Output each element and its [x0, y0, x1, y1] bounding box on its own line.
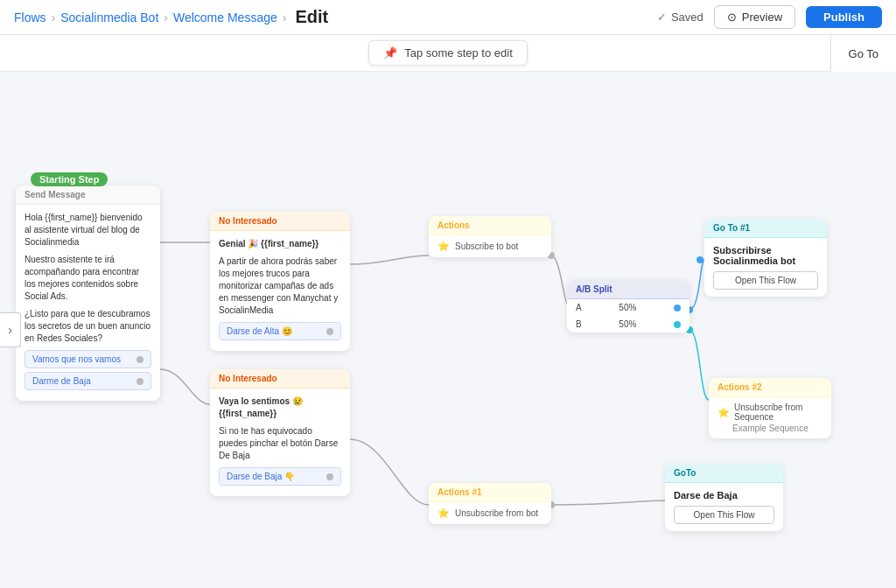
- ab-dot-a: [674, 304, 681, 312]
- ab-b-pct: 50%: [619, 319, 636, 329]
- canvas: Starting Step Send Message Hola {{first_…: [0, 72, 896, 588]
- side-expand-arrow[interactable]: ›: [0, 312, 21, 347]
- send-msg-btn-2[interactable]: Darme de Baja: [24, 372, 151, 390]
- actions-2-node[interactable]: Actions #2 ⭐ Unsubscribe from Sequence E…: [709, 378, 831, 438]
- breadcrumb-edit: Edit: [295, 7, 328, 27]
- ni-btn-2[interactable]: Darse de Baja 👇: [219, 467, 341, 486]
- unsubscribe-icon: ⭐: [438, 508, 450, 519]
- ni-body-text-2: Si no te has equivocado puedes pinchar e…: [219, 425, 341, 462]
- ni-body-2: Vaya lo sentimos 😢 {{first_name}} Si no …: [210, 388, 350, 496]
- ab-b-label: B: [576, 319, 582, 329]
- breadcrumb: Flows › Socialinmedia Bot › Welcome Mess…: [14, 7, 328, 27]
- no-interesado-node-2[interactable]: No Interesado Vaya lo sentimos 😢 {{first…: [210, 369, 350, 496]
- publish-button[interactable]: Publish: [806, 6, 882, 28]
- goto-title-2: Darse de Baja: [674, 490, 774, 500]
- ab-a-label: A: [576, 303, 582, 312]
- no-interesado-node-1[interactable]: No Interesado Genial 🎉 {{first_name}} A …: [210, 212, 350, 351]
- ab-row-a: A 50%: [567, 299, 690, 316]
- goto-header-2: GoTo: [665, 464, 783, 483]
- preview-label: Preview: [742, 10, 782, 24]
- actions-2-item: Unsubscribe from Sequence: [734, 402, 822, 422]
- actions-1-header: Actions #1: [429, 483, 551, 502]
- actions-1-row: ⭐ Unsubscribe from bot: [429, 502, 551, 524]
- breadcrumb-sep-2: ›: [164, 10, 168, 24]
- actions-item: Subscribe to bot: [455, 242, 518, 251]
- actions-row: ⭐ Subscribe to bot: [429, 235, 551, 257]
- open-flow-btn-2[interactable]: Open This Flow: [674, 506, 774, 524]
- goto-node-1[interactable]: Go To #1 Subscribirse Socialinmedia bot …: [704, 219, 827, 297]
- saved-badge: ✓ Saved: [657, 10, 704, 24]
- open-flow-btn-1[interactable]: Open This Flow: [713, 271, 818, 290]
- tap-hint: 📌 Tap some step to edit: [368, 40, 528, 66]
- send-message-header: Send Message: [16, 186, 160, 205]
- check-icon: ✓: [657, 10, 667, 24]
- unsubscribe-seq-icon: ⭐: [718, 407, 730, 418]
- header: Flows › Socialinmedia Bot › Welcome Mess…: [0, 0, 896, 35]
- saved-label: Saved: [671, 10, 704, 24]
- btn-dot-2: [136, 378, 144, 385]
- breadcrumb-flows[interactable]: Flows: [14, 10, 46, 24]
- ni-dot-1: [326, 328, 333, 335]
- svg-point-0: [696, 256, 704, 263]
- goto-button[interactable]: Go To: [830, 35, 896, 72]
- breadcrumb-bot[interactable]: Socialinmedia Bot: [60, 10, 158, 24]
- preview-icon: ⊙: [727, 10, 737, 24]
- ni-body-text-1: A partir de ahora podrás saber los mejor…: [219, 256, 341, 317]
- toolbar: 📌 Tap some step to edit Go To: [0, 35, 896, 72]
- tap-hint-text: Tap some step to edit: [404, 46, 513, 60]
- goto-node-2[interactable]: GoTo Darse de Baja Open This Flow: [665, 464, 783, 531]
- ab-split-node[interactable]: A/B Split A 50% B 50%: [567, 280, 690, 332]
- ni-btn-1[interactable]: Darse de Alta 😊: [219, 322, 341, 340]
- ab-dot-b: [674, 321, 681, 328]
- subscribe-icon: ⭐: [438, 241, 450, 252]
- goto-content-2: Darse de Baja Open This Flow: [665, 483, 783, 531]
- breadcrumb-sep-3: ›: [283, 10, 287, 24]
- goto-content-1: Subscribirse Socialinmedia bot Open This…: [704, 238, 827, 297]
- send-msg-text-3: ¿Listo para que te descubramos los secre…: [24, 308, 151, 345]
- send-message-node[interactable]: Send Message Hola {{first_name}} bienven…: [16, 186, 160, 401]
- ni-dot-2: [326, 473, 333, 480]
- goto-title-1: Subscribirse Socialinmedia bot: [713, 245, 818, 266]
- ni-title-1: Genial 🎉 {{first_name}}: [219, 238, 341, 250]
- send-msg-btn-1[interactable]: Vamos que nos vamos: [24, 350, 151, 368]
- ab-a-pct: 50%: [619, 303, 636, 312]
- ni-header-2: No Interesado: [210, 369, 350, 388]
- send-message-body: Hola {{first_name}} bienvenido al asiste…: [16, 205, 160, 401]
- ab-header: A/B Split: [567, 280, 690, 299]
- ni-header-1: No Interesado: [210, 212, 350, 231]
- actions-2-header: Actions #2: [709, 378, 831, 397]
- actions-1-item: Unsubscribe from bot: [455, 508, 538, 518]
- actions-node[interactable]: Actions ⭐ Subscribe to bot: [429, 216, 551, 257]
- send-msg-text-1: Hola {{first_name}} bienvenido al asiste…: [24, 212, 151, 248]
- goto-header-1: Go To #1: [704, 219, 827, 238]
- actions-2-detail: Example Sequence: [718, 424, 808, 433]
- actions-2-row: ⭐ Unsubscribe from Sequence Example Sequ…: [709, 397, 831, 438]
- preview-button[interactable]: ⊙ Preview: [714, 5, 795, 29]
- breadcrumb-sep-1: ›: [52, 10, 56, 24]
- header-right: ✓ Saved ⊙ Preview Publish: [657, 5, 882, 29]
- actions-1-node[interactable]: Actions #1 ⭐ Unsubscribe from bot: [429, 483, 551, 524]
- ni-title-2: Vaya lo sentimos 😢 {{first_name}}: [219, 396, 341, 420]
- breadcrumb-flow[interactable]: Welcome Message: [173, 10, 277, 24]
- actions-header: Actions: [429, 216, 551, 235]
- pin-icon: 📌: [383, 46, 397, 60]
- starting-step-label: Starting Step: [31, 172, 108, 186]
- ni-body-1: Genial 🎉 {{first_name}} A partir de ahor…: [210, 231, 350, 351]
- send-msg-text-2: Nuestro asistente te irá acompañando par…: [24, 254, 151, 303]
- ab-row-b: B 50%: [567, 316, 690, 332]
- btn-dot-1: [136, 356, 144, 363]
